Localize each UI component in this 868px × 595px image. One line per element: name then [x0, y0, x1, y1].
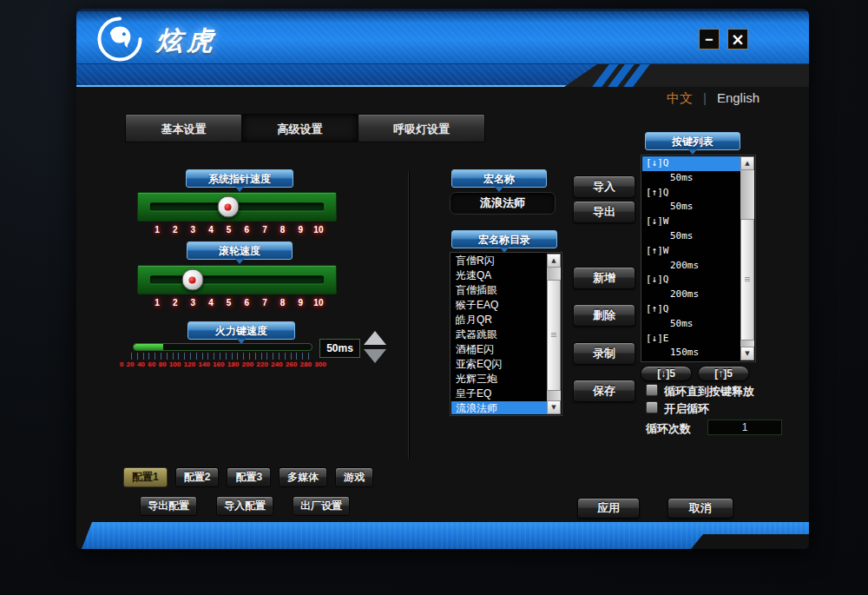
fire-tick-strip — [131, 353, 314, 360]
tab[interactable]: 呼吸灯设置 — [358, 114, 485, 142]
macro-list-item[interactable]: 光速QA — [451, 268, 547, 283]
fire-speed-label: 火力键速度 — [187, 321, 295, 340]
tick-label: 3 — [185, 298, 201, 307]
key-list-entry[interactable]: 50ms — [642, 171, 740, 186]
tick-label: 4 — [203, 298, 219, 307]
tick-label: 200 — [242, 360, 253, 368]
loop-until-release-label: 循环直到按键释放 — [664, 384, 754, 400]
tick-label: 80 — [159, 360, 167, 368]
tick-label: 10 — [311, 225, 326, 235]
profile-button[interactable]: 游戏 — [335, 467, 373, 487]
tick-label: 9 — [293, 225, 308, 235]
loop-count-label: 循环次数 — [646, 421, 691, 437]
wheel-knob[interactable] — [181, 269, 203, 291]
key-list-entry[interactable]: [↓]Q — [642, 273, 740, 288]
header-band — [76, 64, 809, 87]
macro-list-item[interactable]: 猴子EAQ — [451, 298, 547, 313]
config-action-button[interactable]: 导出配置 — [140, 496, 197, 516]
key-list-scrollbar[interactable]: ▲ ▼ — [740, 156, 754, 360]
loop-count-input[interactable] — [707, 420, 782, 435]
key-list-entry[interactable]: 50ms — [642, 229, 740, 244]
delay-down-button[interactable]: [↓]5 — [641, 366, 692, 381]
key-list: [↓]Q 50ms [↑]Q 50ms [↓]W 50ms [↑]W 200ms… — [641, 155, 756, 362]
macro-name-label: 宏名称 — [451, 169, 547, 188]
key-list-entry[interactable]: [↑]Q — [642, 186, 740, 201]
macro-list-item[interactable]: 皓月QR — [451, 313, 547, 327]
lang-english[interactable]: English — [717, 90, 760, 107]
import-button[interactable]: 导入 — [573, 175, 635, 198]
tick-label: 8 — [275, 298, 291, 307]
key-list-entry[interactable]: [↓]Q — [642, 156, 740, 171]
scroll-up-icon[interactable]: ▲ — [547, 254, 561, 268]
macro-list-item[interactable]: 盲僧R闪 — [451, 254, 547, 268]
pointer-knob[interactable] — [217, 196, 239, 218]
key-list-entry[interactable]: 150ms — [642, 346, 740, 360]
scroll-up-icon[interactable]: ▲ — [740, 156, 754, 170]
profile-button[interactable]: 配置1 — [123, 467, 168, 487]
tick-label: 8 — [275, 225, 291, 235]
macro-list-item[interactable]: 亚索EQ闪 — [451, 357, 547, 372]
export-button[interactable]: 导出 — [573, 201, 635, 223]
fire-speed-increase-icon[interactable] — [364, 331, 386, 345]
tick-label: 5 — [221, 298, 237, 307]
tick-label: 160 — [213, 360, 224, 368]
wheel-tick-row: 12345678910 — [149, 298, 326, 307]
minimize-button[interactable]: ━ — [699, 29, 720, 50]
lang-chinese[interactable]: 中文 — [667, 90, 693, 107]
tab[interactable]: 基本设置 — [125, 114, 242, 142]
profile-button[interactable]: 多媒体 — [279, 467, 327, 487]
key-list-entry[interactable]: [↓]W — [642, 215, 740, 229]
macro-list-scrollbar[interactable]: ▲ ▼ — [547, 254, 561, 414]
delete-macro-button[interactable]: 删除 — [573, 304, 635, 327]
fire-speed-decrease-icon[interactable] — [364, 349, 386, 363]
profile-button[interactable]: 配置2 — [175, 467, 220, 487]
tick-label: 260 — [286, 360, 297, 368]
tick-label: 3 — [185, 225, 201, 235]
wheel-speed-slider[interactable] — [137, 265, 337, 294]
scrollbar-thumb[interactable] — [740, 219, 754, 340]
scroll-down-icon[interactable]: ▼ — [740, 347, 754, 360]
macro-list-item[interactable]: 酒桶E闪 — [451, 342, 547, 357]
config-action-button[interactable]: 出厂设置 — [293, 496, 350, 516]
key-list-entry[interactable]: 200ms — [642, 259, 740, 274]
macro-list-item[interactable]: 光辉三炮 — [451, 372, 547, 387]
macro-list-item[interactable]: 盲僧插眼 — [451, 283, 547, 298]
tick-label: 6 — [239, 225, 254, 235]
key-list-entry[interactable]: [↓]E — [642, 332, 740, 347]
tick-label: 0 — [120, 360, 123, 368]
key-list-entry[interactable]: [↑]W — [642, 244, 740, 259]
macro-list-item[interactable]: 武器跳眼 — [451, 327, 547, 342]
lang-divider: | — [703, 90, 707, 107]
tick-label: 40 — [137, 360, 145, 368]
config-action-button[interactable]: 导入配置 — [216, 496, 273, 516]
enable-loop-checkbox[interactable] — [646, 401, 658, 413]
add-macro-button[interactable]: 新增 — [573, 267, 635, 289]
save-macro-button[interactable]: 保存 — [573, 380, 635, 402]
key-list-entry[interactable]: 50ms — [642, 200, 740, 215]
delay-up-button[interactable]: [↑]5 — [698, 366, 749, 381]
macro-list-item[interactable]: 流浪法师 — [451, 401, 547, 414]
tick-label: 7 — [257, 298, 273, 307]
brand-logo-icon — [97, 17, 142, 62]
record-macro-button[interactable]: 录制 — [573, 342, 635, 365]
key-list-label: 按键列表 — [645, 132, 740, 150]
key-list-entry[interactable]: [↑]Q — [642, 302, 740, 317]
pointer-speed-slider[interactable] — [137, 192, 337, 221]
macro-list-item[interactable]: 皇子EQ — [451, 387, 547, 401]
tick-label: 100 — [169, 360, 181, 368]
scrollbar-thumb[interactable] — [547, 280, 561, 391]
fire-speed-slider[interactable] — [133, 343, 312, 351]
pointer-speed-label: 系统指针速度 — [186, 169, 293, 188]
scroll-down-icon[interactable]: ▼ — [547, 400, 561, 414]
key-list-entry[interactable]: 200ms — [642, 288, 740, 302]
macro-name-input[interactable] — [450, 192, 556, 215]
key-list-entry[interactable]: 50ms — [642, 317, 740, 332]
tab[interactable]: 高级设置 — [241, 114, 358, 142]
profile-button[interactable]: 配置3 — [227, 467, 271, 487]
close-button[interactable]: × — [727, 29, 748, 50]
tick-label: 1 — [149, 225, 165, 235]
apply-button[interactable]: 应用 — [577, 498, 640, 519]
header-band-blue — [76, 64, 632, 87]
cancel-button[interactable]: 取消 — [667, 498, 733, 519]
loop-until-release-checkbox[interactable] — [646, 384, 658, 396]
